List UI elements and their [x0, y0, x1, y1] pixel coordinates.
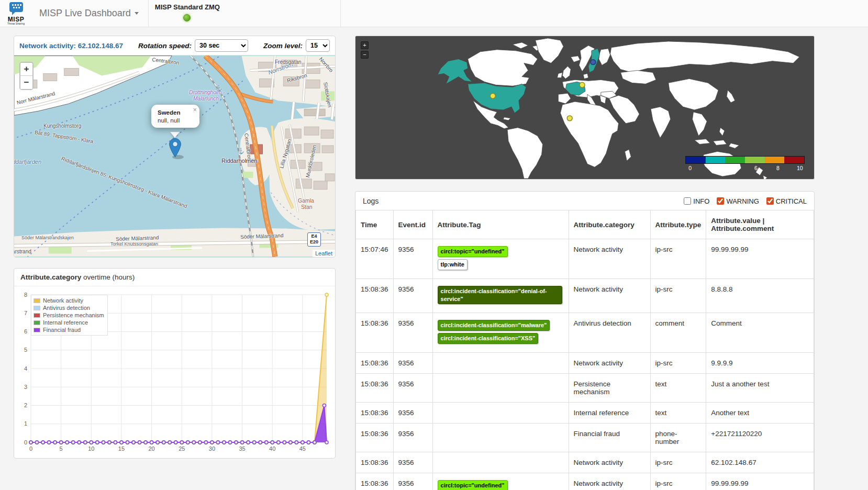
log-time: 15:08:36: [356, 424, 394, 452]
world-map[interactable]: + − 0246810: [355, 36, 815, 180]
legend-color-segment: [784, 157, 804, 163]
rotation-speed-select[interactable]: 30 sec: [195, 39, 248, 52]
zoom-in-button[interactable]: +: [20, 63, 32, 76]
svg-text:4: 4: [24, 365, 27, 372]
legend-item: Internal reference: [34, 319, 104, 326]
logs-filters: INFOWARNINGCRITICAL: [684, 197, 807, 205]
log-event-id: 9356: [393, 374, 432, 403]
map-label: Kungsholmstorg: [43, 124, 81, 129]
attribute-tag: circl:incident-classification="XSS": [438, 333, 539, 344]
zmq-status-led: [183, 14, 191, 21]
popup-close-icon[interactable]: ×: [193, 106, 197, 114]
map-label: Mälarstrand: [14, 249, 31, 254]
legend-item: Financial fraud: [34, 326, 104, 333]
log-value: 62.102.148.67: [706, 452, 814, 473]
log-event-id: 9356: [393, 239, 432, 279]
log-value: 9.9.9.9: [706, 353, 814, 374]
legend-color-segment: [765, 157, 785, 163]
category-chart-panel: Attribute.category overtime (hours) 0123…: [14, 268, 336, 459]
content: Network activity: 62.102.148.67 Rotation…: [0, 27, 868, 490]
svg-text:2: 2: [24, 402, 27, 408]
leaflet-map[interactable]: Norr MälarstrandKungsholmstorgBåt 89: Ta…: [14, 55, 335, 257]
log-tags: circl:topic="undefined"tlp:white: [432, 239, 569, 279]
log-time: 15:08:36: [356, 452, 394, 473]
legend-tick: 2: [710, 165, 714, 171]
map-legend-bar: [685, 156, 805, 164]
misp-logo[interactable]: MISP Threat Sharing: [0, 0, 30, 27]
column-header: Attribute.value | Attribute.comment: [706, 210, 814, 239]
map-label: Mälarlunch: [193, 96, 219, 102]
route-badge: E4E20: [307, 232, 321, 247]
attribute-tag: circl:incident-classification="malware": [438, 320, 550, 331]
event-location-marker[interactable]: [490, 93, 495, 98]
filter-critical[interactable]: CRITICAL: [766, 197, 807, 205]
world-zoom-out-button[interactable]: −: [361, 51, 369, 59]
world-zoom-in-button[interactable]: +: [361, 41, 369, 49]
log-category: Antivirus detection: [569, 313, 650, 353]
legend-color-box: [34, 328, 40, 332]
event-location-marker[interactable]: [580, 82, 585, 87]
log-event-id: 9356: [393, 279, 432, 313]
anchor-icon: ⚓: [237, 148, 244, 154]
svg-text:0: 0: [24, 439, 27, 446]
log-tags: [432, 424, 569, 452]
svg-text:5: 5: [24, 347, 27, 353]
legend-label: Internal reference: [43, 319, 88, 326]
dashboard-title: MISP Live Dashboard: [39, 8, 131, 19]
legend-color-box: [34, 306, 40, 310]
svg-text:15: 15: [118, 446, 125, 452]
log-event-id: 9356: [393, 424, 432, 452]
map-label: Riddarfjärden: [14, 159, 41, 165]
filter-label: CRITICAL: [776, 197, 807, 205]
popup-country: Sweden: [158, 109, 194, 116]
filter-warning[interactable]: WARNING: [717, 197, 759, 205]
filter-checkbox-critical[interactable]: [766, 197, 774, 205]
log-tags: circl:incident-classification="denial-of…: [432, 279, 569, 313]
table-row: 15:08:369356Network activityip-src62.102…: [356, 452, 814, 473]
legend-item: Network activity: [34, 297, 104, 304]
dashboard-dropdown[interactable]: MISP Live Dashboard: [30, 0, 148, 27]
event-location-marker[interactable]: [567, 116, 572, 121]
chevron-down-icon: [135, 12, 139, 15]
world-map-legend: 0246810: [685, 156, 805, 172]
zoom-level-select[interactable]: 15: [306, 39, 330, 52]
table-row: 15:08:369356circl:incident-classificatio…: [356, 279, 814, 313]
svg-text:6: 6: [24, 328, 27, 335]
zoom-out-button[interactable]: −: [20, 76, 32, 89]
filter-checkbox-warning[interactable]: [717, 197, 724, 205]
table-row: 15:08:369356Persistence mechanismtextJus…: [356, 374, 814, 403]
legend-tick: 10: [797, 165, 803, 171]
log-time: 15:08:36: [356, 374, 394, 403]
zoom-level-label: Zoom level:: [263, 42, 303, 50]
log-value: 99.99.99.99: [706, 473, 814, 490]
svg-text:0: 0: [29, 446, 32, 452]
log-category: Network activity: [569, 452, 650, 473]
legend-item: Persistence mechanism: [34, 311, 104, 319]
legend-label: Network activity: [43, 297, 83, 304]
attribute-tag: circl:topic="undefined": [438, 246, 508, 257]
svg-text:5: 5: [60, 446, 63, 452]
logs-title: Logs: [363, 197, 379, 205]
filter-info[interactable]: INFO: [684, 197, 709, 205]
log-value: Another text: [706, 403, 814, 424]
filter-checkbox-info[interactable]: [684, 197, 691, 205]
svg-text:1: 1: [24, 420, 27, 427]
legend-label: Financial fraud: [43, 327, 81, 333]
log-type: comment: [650, 313, 706, 353]
svg-text:8: 8: [24, 292, 27, 298]
chart-legend: Network activityAntivirus detectionPersi…: [31, 295, 108, 336]
log-category: Network activity: [569, 353, 650, 374]
log-type: phone-number: [650, 424, 706, 452]
filter-label: INFO: [693, 197, 709, 205]
route-number: E20: [310, 239, 318, 245]
route-number: E4: [310, 233, 318, 239]
event-location-marker[interactable]: [591, 60, 596, 65]
leaflet-link[interactable]: Leaflet: [315, 250, 332, 257]
table-row: 15:08:369356circl:incident-classificatio…: [356, 313, 814, 353]
svg-text:45: 45: [299, 446, 306, 452]
legend-color-segment: [686, 157, 706, 163]
column-header: Attribute.category: [569, 210, 650, 239]
legend-color-box: [34, 313, 40, 318]
anchor-icon: ⚓: [215, 85, 222, 92]
log-type: text: [650, 403, 706, 424]
